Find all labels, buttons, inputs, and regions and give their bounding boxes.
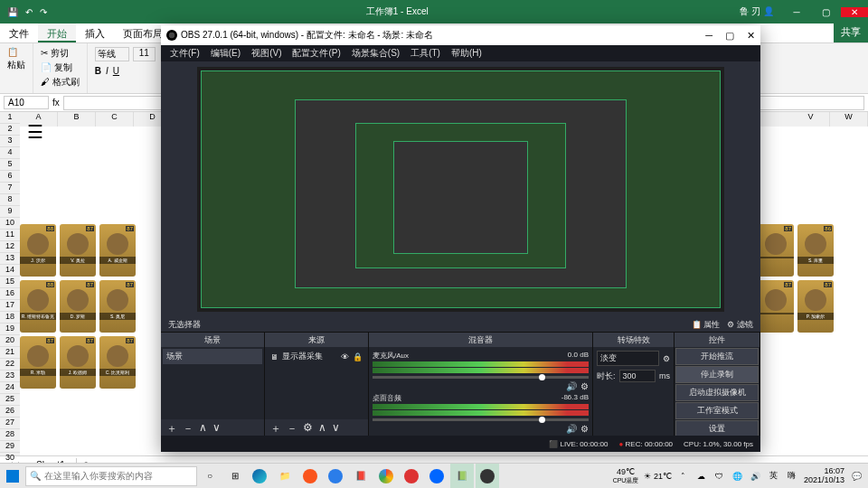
volume-icon[interactable]: 🔊: [750, 472, 762, 481]
network-icon[interactable]: 🌐: [731, 472, 744, 481]
obs-app-icon[interactable]: [476, 464, 499, 489]
weather-temp[interactable]: 49℃CPU温度: [613, 467, 639, 485]
menu-edit[interactable]: 编辑(E): [207, 47, 244, 60]
player-card[interactable]: 87C. 比灵斯利: [99, 336, 136, 389]
del-source[interactable]: －: [287, 421, 297, 434]
menu-tools[interactable]: 工具(T): [407, 47, 444, 60]
player-card[interactable]: 87D. 罗斯: [60, 280, 96, 333]
shield-icon[interactable]: 🛡: [713, 472, 726, 481]
hamburger-shape[interactable]: ☰: [27, 127, 43, 137]
minimize-icon[interactable]: ─: [783, 7, 810, 17]
cloud-icon[interactable]: ☁: [695, 472, 708, 481]
font-select[interactable]: 等线: [95, 47, 129, 61]
scene-item[interactable]: 场景: [163, 349, 262, 364]
up-source[interactable]: ∧: [318, 421, 326, 434]
save-icon[interactable]: 💾: [7, 7, 18, 17]
paste-button[interactable]: 📋: [7, 47, 25, 57]
cortana-icon[interactable]: ○: [197, 464, 222, 489]
menu-file[interactable]: 文件(F): [166, 47, 203, 60]
format-painter[interactable]: 🖌 格式刷: [41, 76, 80, 89]
weather-icon[interactable]: ☀ 21℃: [644, 472, 672, 481]
redo-icon[interactable]: ↷: [40, 7, 47, 17]
player-card[interactable]: 87P. 加索尔: [797, 280, 834, 333]
player-card[interactable]: 87: [758, 224, 794, 277]
control-button[interactable]: 启动虚拟摄像机: [675, 384, 759, 401]
control-button[interactable]: 开始推流: [675, 348, 759, 365]
menu-scenes[interactable]: 场景集合(S): [348, 47, 403, 60]
fx-icon[interactable]: fx: [52, 98, 60, 108]
speaker-icon[interactable]: 🔊: [566, 381, 577, 391]
preview[interactable]: [197, 67, 724, 312]
speaker-icon[interactable]: 🔊: [566, 424, 577, 434]
lock-icon[interactable]: 🔒: [353, 352, 363, 361]
down-source[interactable]: ∨: [332, 421, 340, 434]
share-button[interactable]: 共享: [834, 23, 868, 42]
add-source[interactable]: ＋: [270, 421, 281, 434]
control-button[interactable]: 停止录制: [675, 366, 759, 383]
cut-button[interactable]: ✂ 剪切: [41, 47, 80, 60]
player-card[interactable]: 88R. 维斯特布鲁克: [20, 280, 56, 333]
add-scene[interactable]: ＋: [166, 421, 177, 434]
clock[interactable]: 16:072021/10/13: [804, 467, 844, 485]
obs-maximize[interactable]: ▢: [725, 30, 734, 42]
ime-icon[interactable]: 英: [768, 470, 780, 482]
player-card[interactable]: 87: [758, 280, 794, 333]
close-icon[interactable]: ✕: [841, 7, 868, 17]
props-icon[interactable]: 📋 属性: [692, 319, 721, 331]
tab-insert[interactable]: 插入: [76, 23, 114, 42]
excel-app-icon[interactable]: 📗: [450, 464, 474, 489]
app-icon[interactable]: [298, 464, 322, 489]
office-icon[interactable]: 📕: [349, 464, 373, 489]
filter-icon[interactable]: ⚙ 滤镜: [727, 319, 753, 331]
menu-help[interactable]: 帮助(H): [448, 47, 486, 60]
chrome-icon[interactable]: [374, 464, 398, 489]
search-input[interactable]: [44, 471, 193, 481]
italic-button[interactable]: I: [106, 66, 108, 76]
obs-titlebar[interactable]: OBS 27.0.1 (64-bit, windows) - 配置文件: 未命名…: [161, 25, 760, 45]
ie-icon[interactable]: [324, 464, 347, 489]
duration-input[interactable]: 300: [619, 370, 656, 382]
undo-icon[interactable]: ↶: [25, 7, 33, 17]
player-card[interactable]: 87S. 奥尼: [99, 280, 136, 333]
copy-button[interactable]: 📄 复制: [41, 61, 80, 74]
player-card[interactable]: 87A. 威金斯: [99, 224, 136, 277]
menu-view[interactable]: 视图(V): [248, 47, 285, 60]
bold-button[interactable]: B: [95, 66, 101, 76]
eye-icon[interactable]: 👁: [341, 352, 349, 361]
del-scene[interactable]: －: [183, 421, 193, 434]
notification-icon[interactable]: 💬: [850, 472, 863, 481]
obs-minimize[interactable]: ─: [705, 30, 712, 42]
gear-icon[interactable]: ⚙: [580, 424, 589, 434]
search-box[interactable]: 🔍: [25, 466, 197, 486]
netease-icon[interactable]: [400, 464, 423, 489]
player-card[interactable]: 87R. 米勒: [20, 336, 56, 389]
player-card[interactable]: 87V. 奥拉: [60, 224, 96, 277]
tray-up-icon[interactable]: ˄: [677, 472, 690, 481]
explorer-icon[interactable]: 📁: [273, 464, 297, 489]
obs-close[interactable]: ✕: [747, 30, 755, 42]
underline-button[interactable]: U: [113, 66, 119, 76]
control-button[interactable]: 设置: [675, 420, 759, 436]
tab-home[interactable]: 开始: [38, 23, 76, 42]
control-button[interactable]: 工作室模式: [675, 402, 759, 419]
gear-icon[interactable]: ⚙: [580, 381, 589, 391]
source-item[interactable]: 🖥 显示器采集 👁 🔒: [267, 349, 366, 364]
down-scene[interactable]: ∨: [212, 421, 221, 434]
player-card[interactable]: 88J. 沃尔: [20, 224, 56, 277]
start-button[interactable]: [0, 464, 25, 489]
taskview-icon[interactable]: ⊞: [222, 464, 248, 489]
user-avatar[interactable]: 鲁 刃 👤: [740, 5, 774, 18]
transition-select[interactable]: 淡变: [597, 351, 659, 366]
up-scene[interactable]: ∧: [199, 421, 207, 434]
ime2-icon[interactable]: 嗨: [786, 470, 798, 482]
maximize-icon[interactable]: ▢: [812, 7, 839, 17]
props-source[interactable]: ⚙: [303, 421, 313, 434]
name-box[interactable]: A10: [4, 96, 49, 109]
menu-profile[interactable]: 配置文件(P): [288, 47, 344, 60]
trans-gear-icon[interactable]: ⚙: [663, 354, 670, 363]
edge-icon[interactable]: [248, 464, 271, 489]
player-card[interactable]: 87J. 欧德姆: [60, 336, 96, 389]
player-card[interactable]: 86S. 库里: [797, 224, 834, 277]
thunder-icon[interactable]: [425, 464, 448, 489]
size-select[interactable]: 11: [133, 47, 156, 61]
